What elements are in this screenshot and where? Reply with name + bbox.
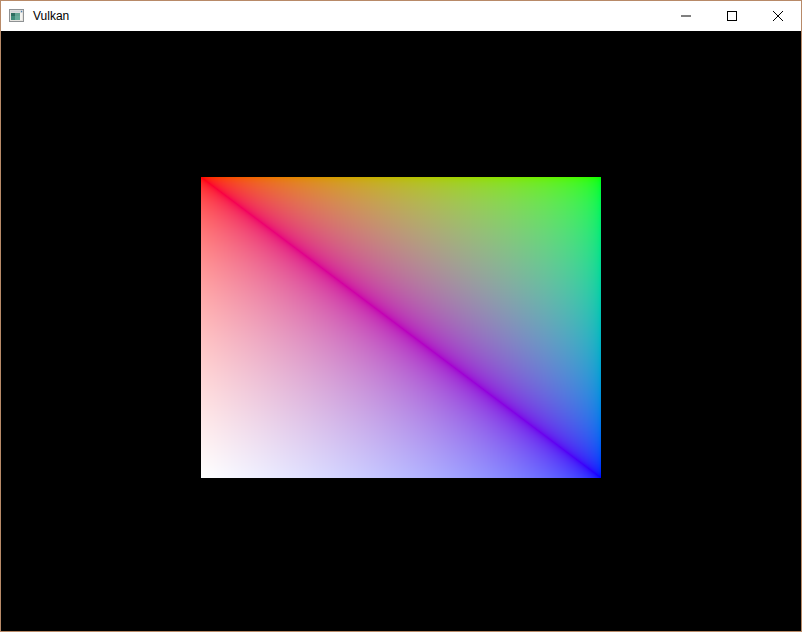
close-button[interactable] <box>755 1 801 31</box>
maximize-button[interactable] <box>709 1 755 31</box>
titlebar[interactable]: Vulkan <box>1 1 801 31</box>
vulkan-window: Vulkan <box>0 0 802 632</box>
minimize-button[interactable] <box>663 1 709 31</box>
render-surface <box>201 177 601 478</box>
close-icon <box>773 11 783 21</box>
client-area <box>1 31 801 631</box>
minimize-icon <box>681 11 691 21</box>
maximize-icon <box>727 11 737 21</box>
window-title: Vulkan <box>33 9 663 23</box>
app-icon[interactable] <box>9 8 25 24</box>
caption-controls <box>663 1 801 31</box>
